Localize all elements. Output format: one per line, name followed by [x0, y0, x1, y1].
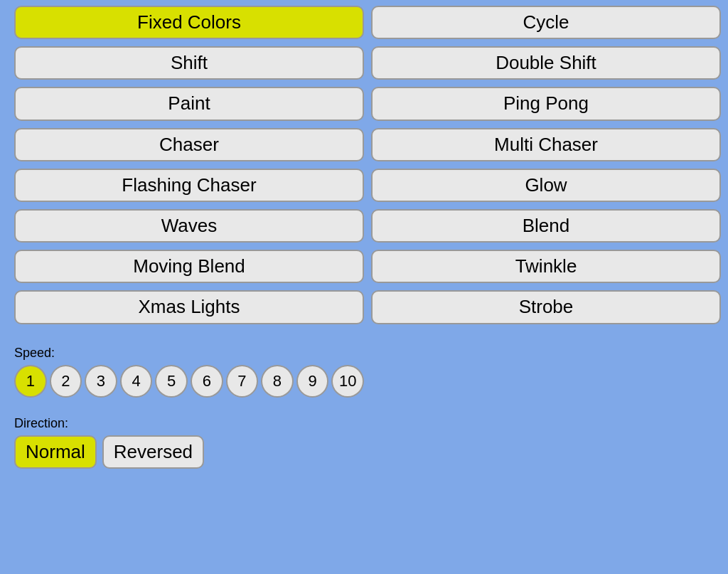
speed-10-button[interactable]: 10 — [331, 365, 364, 398]
moving-blend-button[interactable]: Moving Blend — [14, 250, 364, 283]
shift-button[interactable]: Shift — [14, 46, 364, 80]
flashing-chaser-button[interactable]: Flashing Chaser — [14, 169, 364, 202]
main-container: Fixed ColorsShiftPaintChaserFlashing Cha… — [0, 0, 728, 574]
speed-5-button[interactable]: 5 — [155, 365, 188, 398]
speed-buttons: 12345678910 — [14, 365, 364, 398]
speed-1-button[interactable]: 1 — [14, 365, 47, 398]
paint-button[interactable]: Paint — [14, 87, 364, 120]
speed-2-button[interactable]: 2 — [50, 365, 82, 398]
glow-button[interactable]: Glow — [371, 169, 721, 202]
blend-button[interactable]: Blend — [371, 209, 721, 243]
multi-chaser-button[interactable]: Multi Chaser — [371, 128, 721, 161]
normal-direction-button[interactable]: Normal — [14, 435, 97, 469]
fixed-colors-button[interactable]: Fixed Colors — [14, 6, 364, 39]
direction-buttons: NormalReversed — [14, 435, 364, 469]
speed-3-button[interactable]: 3 — [85, 365, 117, 398]
reversed-direction-button[interactable]: Reversed — [102, 435, 204, 469]
speed-6-button[interactable]: 6 — [191, 365, 223, 398]
speed-section: Speed: 12345678910 — [14, 346, 364, 398]
speed-9-button[interactable]: 9 — [296, 365, 329, 398]
right-column: CycleDouble ShiftPing PongMulti ChaserGl… — [364, 3, 721, 567]
double-shift-button[interactable]: Double Shift — [371, 46, 721, 80]
strobe-button[interactable]: Strobe — [371, 290, 721, 324]
speed-4-button[interactable]: 4 — [120, 365, 153, 398]
speed-7-button[interactable]: 7 — [226, 365, 259, 398]
speed-label: Speed: — [14, 346, 364, 361]
speed-8-button[interactable]: 8 — [261, 365, 294, 398]
left-column: Fixed ColorsShiftPaintChaserFlashing Cha… — [7, 3, 364, 567]
waves-button[interactable]: Waves — [14, 209, 364, 243]
direction-section: Direction: NormalReversed — [14, 416, 364, 469]
xmas-lights-button[interactable]: Xmas Lights — [14, 290, 364, 324]
chaser-button[interactable]: Chaser — [14, 128, 364, 161]
cycle-button[interactable]: Cycle — [371, 6, 721, 39]
ping-pong-button[interactable]: Ping Pong — [371, 87, 721, 120]
direction-label: Direction: — [14, 416, 364, 431]
twinkle-button[interactable]: Twinkle — [371, 250, 721, 283]
